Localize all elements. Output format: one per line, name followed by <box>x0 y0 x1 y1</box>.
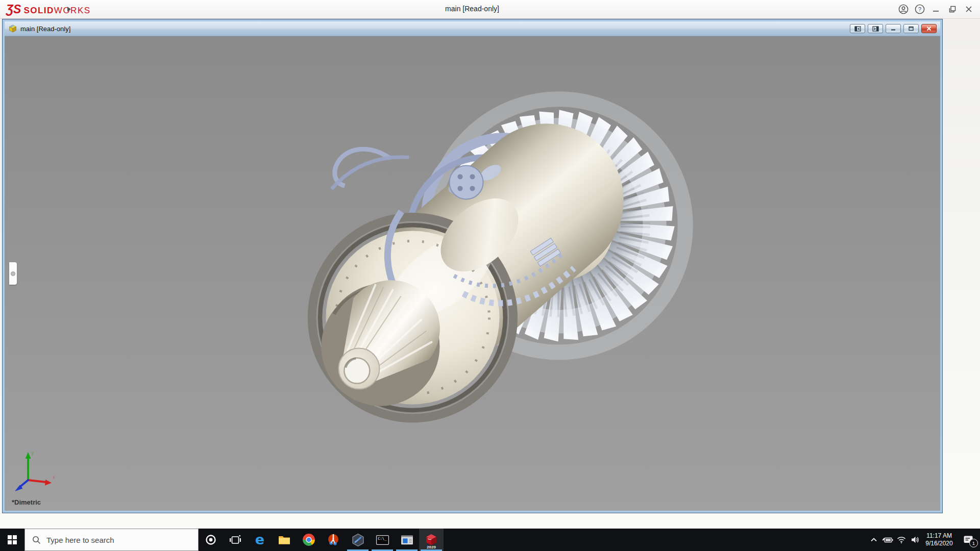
tray-battery-icon[interactable] <box>880 529 894 551</box>
search-icon <box>32 536 41 544</box>
app-titlebar: ƷS SOLIDWORKS main [Read-only] ? <box>0 0 980 19</box>
panel-handle-dot-icon <box>11 271 15 276</box>
triad-y-label: y <box>31 450 34 456</box>
doc-maximize-button[interactable] <box>903 24 919 33</box>
engine-model[interactable] <box>5 36 940 511</box>
doc-minimize-button[interactable] <box>886 24 901 33</box>
close-window-icon[interactable] <box>961 2 977 17</box>
task-view-icon[interactable] <box>223 529 248 551</box>
tray-wifi-icon[interactable] <box>894 529 908 551</box>
taskbar-search[interactable] <box>24 529 199 551</box>
document-window: main [Read-only] <box>3 19 942 513</box>
tray-volume-icon[interactable] <box>908 529 922 551</box>
notification-badge: 1 <box>969 539 978 547</box>
solidworks-2020-icon[interactable]: 2020 <box>419 529 444 551</box>
document-title: main [Read-only] <box>20 25 70 33</box>
triad-x-label: x <box>53 474 55 480</box>
snipping-tool-icon[interactable] <box>321 529 346 551</box>
cad-viewer-icon[interactable] <box>346 529 370 551</box>
media-app-icon[interactable] <box>395 529 419 551</box>
tray-chevron-up-icon[interactable] <box>867 529 880 551</box>
restore-window-icon[interactable] <box>944 2 961 17</box>
dassault-3ds-mark: ƷS <box>6 3 21 16</box>
search-input[interactable] <box>45 535 198 545</box>
view-orientation-label: *Dimetric <box>12 498 41 506</box>
account-icon[interactable] <box>895 2 912 17</box>
tray-clock[interactable]: 11:17 AM 9/16/2020 <box>922 529 957 551</box>
start-button[interactable] <box>0 529 24 551</box>
command-prompt-icon[interactable]: C:\_ <box>370 529 395 551</box>
feature-panel-handle[interactable] <box>9 262 17 285</box>
solidworks-logo: ƷS SOLIDWORKS <box>6 3 91 16</box>
chrome-icon[interactable] <box>297 529 321 551</box>
cortana-icon[interactable] <box>199 529 223 551</box>
document-titlebar[interactable]: main [Read-only] <box>5 21 940 36</box>
viewport-3d[interactable]: y x *Dimetric <box>5 36 940 511</box>
pane-right-button[interactable] <box>868 24 883 33</box>
file-explorer-icon[interactable] <box>272 529 297 551</box>
minimize-window-icon[interactable] <box>928 2 944 17</box>
svg-text:e: e <box>255 533 264 547</box>
svg-text:C:\_: C:\_ <box>378 536 387 540</box>
help-icon[interactable]: ? <box>912 2 928 17</box>
doc-close-button[interactable] <box>921 24 937 33</box>
taskbar: e C:\_ <box>0 529 980 551</box>
orientation-triad: y x <box>11 448 60 497</box>
clock-date: 9/16/2020 <box>925 540 952 547</box>
solidworks-year-label: 2020 <box>419 545 444 549</box>
clock-time: 11:17 AM <box>926 532 952 540</box>
assembly-cube-icon <box>8 24 17 33</box>
edge-icon[interactable]: e <box>248 529 272 551</box>
svg-text:?: ? <box>918 6 921 12</box>
menu-flyout-arrow-icon[interactable] <box>65 6 72 13</box>
pane-left-button[interactable] <box>850 24 865 33</box>
action-center-icon[interactable]: 1 <box>957 529 980 551</box>
app-title: main [Read-only] <box>445 5 499 13</box>
